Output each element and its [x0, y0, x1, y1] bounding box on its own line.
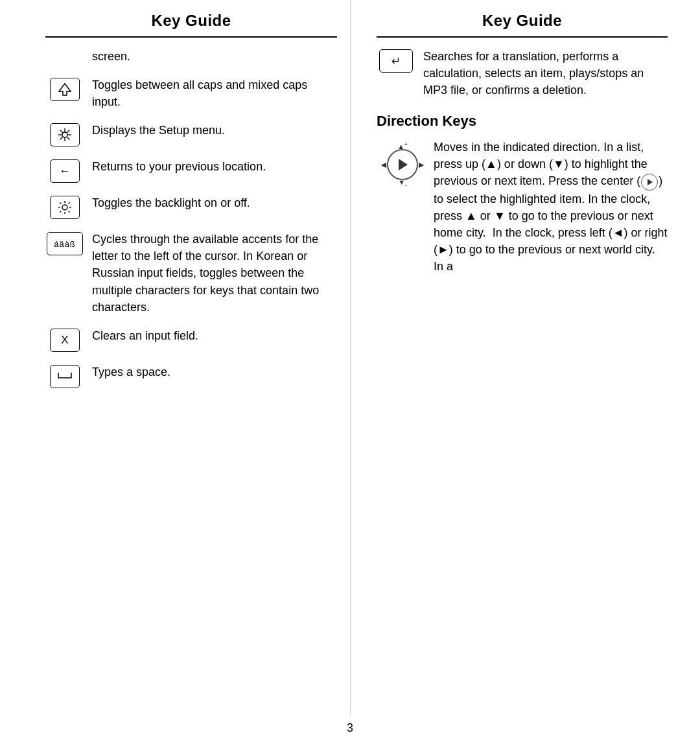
key-icon-back: ← — [45, 158, 84, 183]
back-icon-box: ← — [50, 159, 80, 183]
key-row-direction: ▲+ ▼- ◄ ► Moves in the indicated directi… — [377, 139, 668, 275]
right-header-rule — [377, 36, 668, 38]
svg-marker-0 — [59, 84, 71, 95]
accent-icon-box: áäàß — [47, 232, 83, 255]
columns-wrapper: Key Guide screen. Toggles between all ca… — [0, 0, 700, 715]
setup-icon-box — [50, 123, 80, 146]
key-desc-accent: Cycles through the available accents for… — [84, 231, 337, 315]
right-header: Key Guide — [377, 0, 668, 36]
page-number: 3 — [0, 715, 700, 744]
enter-icon-box: ↵ — [379, 49, 413, 73]
key-desc-back: Returns to your previous location. — [84, 158, 337, 175]
key-icon-brightness — [45, 194, 84, 219]
direction-keys-title: Direction Keys — [377, 113, 668, 130]
space-icon — [56, 370, 74, 383]
key-desc-setup: Displays the Setup menu. — [84, 122, 337, 139]
dpad-label-right: ► — [417, 159, 426, 170]
key-row-screen: screen. — [45, 48, 337, 65]
svg-point-1 — [62, 132, 67, 137]
key-row-accent: áäàß Cycles through the available accent… — [45, 231, 337, 315]
right-column: Key Guide ↵ Searches for a translation, … — [350, 0, 681, 715]
dpad-icon-cell: ▲+ ▼- ◄ ► — [377, 141, 428, 188]
svg-point-10 — [62, 205, 67, 210]
key-icon-accent: áäàß — [45, 231, 84, 255]
left-header-rule — [45, 36, 337, 38]
svg-line-6 — [60, 130, 63, 133]
shift-icon-box — [50, 78, 80, 101]
svg-line-7 — [67, 137, 69, 139]
dpad-wrapper: ▲+ ▼- ◄ ► — [379, 141, 426, 188]
left-column: Key Guide screen. Toggles between all ca… — [19, 0, 350, 715]
key-icon-enter: ↵ — [377, 48, 415, 73]
key-row-shift: Toggles between all caps and mixed caps … — [45, 76, 337, 110]
svg-line-8 — [67, 130, 69, 133]
page: Key Guide screen. Toggles between all ca… — [0, 0, 700, 744]
clear-icon-box: X — [50, 329, 80, 352]
key-row-space: Types a space. — [45, 364, 337, 388]
key-row-brightness: Toggles the backlight on or off. — [45, 194, 337, 219]
dpad-play-icon — [399, 159, 408, 170]
brightness-icon-box — [50, 196, 80, 219]
key-icon-shift — [45, 76, 84, 101]
svg-line-16 — [69, 211, 70, 213]
key-desc-enter: Searches for a translation, performs a c… — [415, 48, 668, 99]
key-icon-space — [45, 364, 84, 388]
key-desc-clear: Clears an input field. — [84, 327, 337, 344]
brightness-icon — [57, 200, 73, 215]
key-icon-clear: X — [45, 327, 84, 352]
svg-line-18 — [60, 211, 61, 213]
space-icon-box — [50, 365, 80, 388]
shift-icon — [58, 82, 72, 97]
key-desc-space: Types a space. — [84, 364, 337, 380]
setup-icon — [58, 128, 72, 142]
key-row-enter: ↵ Searches for a translation, performs a… — [377, 48, 668, 99]
key-desc-direction: Moves in the indicated direction. In a l… — [428, 139, 668, 275]
key-icon-setup — [45, 122, 84, 146]
key-row-setup: Displays the Setup menu. — [45, 122, 337, 146]
svg-line-17 — [69, 202, 70, 203]
svg-line-15 — [60, 202, 61, 203]
svg-line-9 — [60, 137, 63, 139]
left-header: Key Guide — [45, 0, 337, 36]
key-row-clear: X Clears an input field. — [45, 327, 337, 352]
inline-play-icon — [648, 179, 653, 185]
key-row-back: ← Returns to your previous location. — [45, 158, 337, 183]
key-desc-brightness: Toggles the backlight on or off. — [84, 194, 337, 211]
key-desc-shift: Toggles between all caps and mixed caps … — [84, 76, 337, 110]
key-desc-screen: screen. — [45, 48, 337, 65]
dpad-center — [387, 149, 418, 180]
inline-center-icon — [641, 174, 658, 191]
